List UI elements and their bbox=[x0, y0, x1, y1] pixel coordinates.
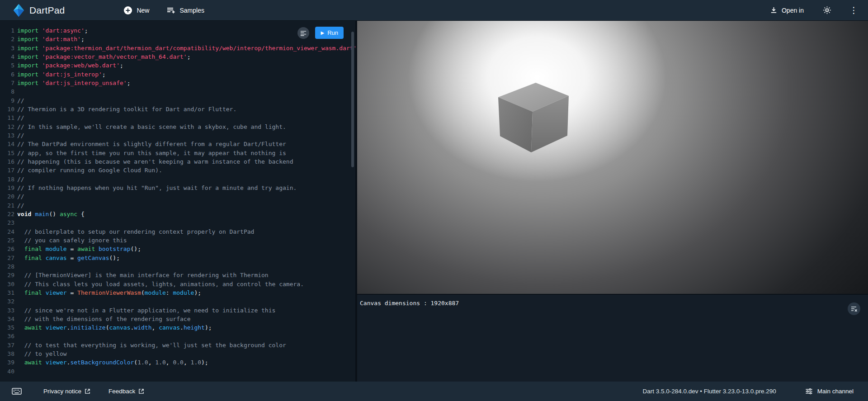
code-line: // In this sample, we'll create a basic … bbox=[17, 123, 355, 131]
samples-button[interactable]: Samples bbox=[163, 4, 208, 17]
code-line: import 'package:vector_math/vector_math_… bbox=[17, 52, 355, 61]
console-panel: Canvas dimensions : 868x401 bbox=[357, 295, 868, 382]
code-line: // bbox=[17, 175, 355, 184]
code-line: // bbox=[17, 131, 355, 140]
clear-console-icon bbox=[850, 305, 858, 312]
code-line: // bbox=[17, 96, 355, 105]
channel-label: Main channel bbox=[817, 388, 854, 395]
code-line: // app, so the first time you run this s… bbox=[17, 149, 355, 157]
line-numbers: 1234567891011121314151617181920212223242… bbox=[0, 26, 14, 376]
code-line bbox=[17, 367, 355, 376]
keyboard-icon bbox=[12, 387, 22, 395]
code-line bbox=[17, 87, 355, 96]
run-button-label: Run bbox=[327, 29, 338, 36]
code-area: 1234567891011121314151617181920212223242… bbox=[0, 26, 355, 376]
code-line: // Thermion is a 3D rendering toolkit fo… bbox=[17, 105, 355, 113]
code-line: // boilerplate to setup our rendering co… bbox=[17, 227, 355, 236]
code-line: // you can safely ignore this bbox=[17, 236, 355, 245]
code-line bbox=[17, 218, 355, 227]
dartpad-logo bbox=[13, 4, 25, 17]
cube-render bbox=[491, 75, 576, 161]
samples-button-label: Samples bbox=[179, 7, 204, 14]
code-line: // to yellow bbox=[17, 349, 355, 358]
keyboard-shortcuts-button[interactable] bbox=[12, 387, 22, 395]
code-line: import 'dart:js_interop_unsafe'; bbox=[17, 79, 355, 87]
feedback-link[interactable]: Feedback bbox=[108, 388, 144, 395]
code-line: // bbox=[17, 113, 355, 122]
playlist-add-icon bbox=[166, 6, 175, 14]
code-line: // happening (this is because we aren't … bbox=[17, 157, 355, 166]
status-bar: Privacy notice Feedback Dart 3.5.0-284.0… bbox=[0, 382, 868, 401]
code-line: // bbox=[17, 201, 355, 210]
code-line: // [ThermionViewer] is the main interfac… bbox=[17, 271, 355, 279]
clear-console-button[interactable] bbox=[848, 302, 860, 315]
code-line: final module = await bootstrap(); bbox=[17, 245, 355, 253]
app-title: DartPad bbox=[29, 5, 65, 16]
download-icon bbox=[770, 6, 778, 14]
code-line: void main() async { bbox=[17, 210, 355, 218]
channel-selector[interactable]: Main channel bbox=[805, 387, 854, 395]
play-icon: ▶ bbox=[321, 30, 324, 35]
external-link-icon bbox=[85, 388, 90, 394]
code-line: // compiler running on Google Cloud Run)… bbox=[17, 166, 355, 175]
code-line: await viewer.initialize(canvas.width, ca… bbox=[17, 323, 355, 332]
code-line: import 'dart:js_interop'; bbox=[17, 70, 355, 79]
code-line: // to test that everything is working, w… bbox=[17, 341, 355, 349]
code-line: // with the dimensions of the rendering … bbox=[17, 315, 355, 323]
code-lines: import 'dart:async';import 'dart:math';i… bbox=[17, 26, 355, 376]
code-line: final canvas = getCanvas(); bbox=[17, 254, 355, 262]
code-line: import 'package:thermion_dart/thermion_d… bbox=[17, 44, 355, 52]
open-in-button[interactable]: Open in bbox=[766, 4, 807, 17]
code-line: await viewer.setBackgroundColor(1.0, 1.0… bbox=[17, 358, 355, 367]
editor-scrollbar[interactable] bbox=[351, 32, 354, 167]
code-line: // This class lets you load assets, ligh… bbox=[17, 280, 355, 288]
brightness-icon bbox=[823, 6, 831, 14]
code-editor[interactable]: 1234567891011121314151617181920212223242… bbox=[0, 21, 355, 382]
format-align-icon bbox=[300, 30, 307, 36]
version-info: Dart 3.5.0-284.0.dev • Flutter 3.23.0-13… bbox=[643, 388, 776, 395]
code-line: import 'package:web/web.dart'; bbox=[17, 61, 355, 70]
app-header: DartPad New Samples Open bbox=[0, 0, 868, 20]
code-line bbox=[17, 297, 355, 306]
console-output: Canvas dimensions : 868x401 bbox=[360, 300, 868, 307]
run-button[interactable]: ▶ Run bbox=[315, 27, 344, 39]
render-canvas bbox=[357, 21, 868, 294]
format-button[interactable] bbox=[297, 27, 309, 39]
code-line: // If nothing happens when you hit "Run"… bbox=[17, 184, 355, 192]
theme-toggle-button[interactable] bbox=[819, 3, 835, 17]
code-line: // since we're not in a Flutter applicat… bbox=[17, 306, 355, 315]
code-line: final viewer = ThermionViewerWasm(module… bbox=[17, 288, 355, 297]
privacy-notice-label: Privacy notice bbox=[43, 388, 81, 395]
external-link-icon bbox=[138, 388, 144, 394]
code-line: // bbox=[17, 192, 355, 201]
add-circle-icon bbox=[123, 6, 132, 15]
new-button-label: New bbox=[137, 7, 149, 14]
tune-icon bbox=[805, 387, 813, 395]
privacy-notice-link[interactable]: Privacy notice bbox=[43, 388, 90, 395]
new-button[interactable]: New bbox=[120, 3, 153, 18]
code-line bbox=[17, 262, 355, 271]
more-vert-icon[interactable]: ⋮ bbox=[847, 6, 861, 14]
code-line bbox=[17, 332, 355, 340]
open-in-label: Open in bbox=[782, 7, 804, 14]
code-line: // The DartPad environment is slightly d… bbox=[17, 140, 355, 148]
feedback-label: Feedback bbox=[108, 388, 135, 395]
